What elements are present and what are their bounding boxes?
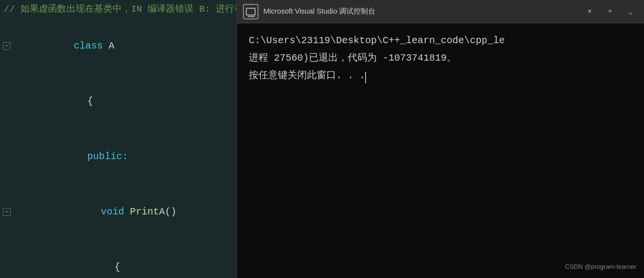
console-path-line: C:\Users\23119\Desktop\C++_learn_code\cp… xyxy=(249,33,632,49)
console-prompt-line: 按任意键关闭此窗口. . . xyxy=(249,68,632,83)
line-1-content: class A xyxy=(14,18,236,74)
line-2-content: { xyxy=(27,74,236,129)
line-5-content: { xyxy=(54,240,236,278)
console-icon-inner xyxy=(246,8,256,16)
cursor-bar xyxy=(365,72,366,83)
console-exit-line: 进程 27560)已退出，代码为 -1073741819。 xyxy=(249,50,632,66)
fold-indicator-5 xyxy=(0,258,14,277)
code-line-4: − void PrintA() xyxy=(0,184,236,240)
console-close-button[interactable]: × xyxy=(582,4,597,19)
console-title: Microsoft Visual Studio 调试控制台 xyxy=(263,7,577,16)
console-titlebar: Microsoft Visual Studio 调试控制台 × + ⌄ xyxy=(237,0,644,23)
console-footer: CSDN @program-learner xyxy=(565,262,636,272)
top-comment-line: // 如果虚函数出现在基类中，IN 编译器错误 B: 进行初始化 C: 正常运行 xyxy=(0,0,236,18)
console-window-icon xyxy=(243,4,258,19)
code-line-1: − class A xyxy=(0,18,236,74)
console-panel: Microsoft Visual Studio 调试控制台 × + ⌄ C:\U… xyxy=(236,0,644,278)
line-3-content: public: xyxy=(27,129,236,184)
code-line-3: public: xyxy=(0,129,236,184)
fold-indicator-3 xyxy=(0,147,14,166)
console-add-button[interactable]: + xyxy=(602,4,618,19)
code-editor-panel: // 如果虚函数出现在基类中，IN 编译器错误 B: 进行初始化 C: 正常运行… xyxy=(0,0,236,278)
code-line-2: { xyxy=(0,74,236,129)
fold-box-1[interactable]: − xyxy=(3,42,11,50)
console-body: C:\Users\23119\Desktop\C++_learn_code\cp… xyxy=(237,23,644,278)
line-4-content: void PrintA() xyxy=(41,184,236,240)
fold-indicator-2 xyxy=(0,92,14,111)
console-dropdown-button[interactable]: ⌄ xyxy=(623,4,638,19)
main-container: // 如果虚函数出现在基类中，IN 编译器错误 B: 进行初始化 C: 正常运行… xyxy=(0,0,644,278)
fold-indicator-4[interactable]: − xyxy=(0,203,14,221)
fold-box-4[interactable]: − xyxy=(3,208,11,216)
code-line-5: { xyxy=(0,240,236,278)
fold-indicator-1[interactable]: − xyxy=(0,37,14,55)
kw-class: class xyxy=(74,40,103,51)
code-area: − class A { publ xyxy=(0,18,236,278)
comment-text: // 如果虚函数出现在基类中，IN 编译器错误 B: 进行初始化 C: 正常运行 xyxy=(4,4,236,15)
